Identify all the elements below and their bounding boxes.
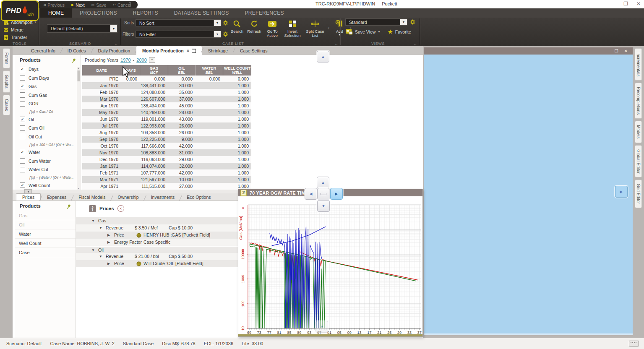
table-row[interactable]: Apr 1970138,434.00045.0001.000 (82, 102, 251, 109)
save-view-button[interactable]: Save View▼ (345, 29, 380, 35)
product-checkbox-row[interactable]: ✓Days (15, 65, 81, 74)
product-checkbox-row[interactable]: ✓Oil (15, 115, 81, 124)
checkbox-icon[interactable] (20, 92, 25, 98)
keyboard-icon[interactable] (629, 341, 639, 346)
previous-button[interactable]: ◀Previous (43, 3, 65, 8)
tab-prices[interactable]: Prices (16, 193, 41, 201)
tab-general-info[interactable]: General Info (25, 46, 61, 55)
scenario-collapse-icon[interactable]: ← (114, 42, 118, 46)
ribbon-tab-preferences[interactable]: PREFERENCES (237, 8, 292, 18)
table-row[interactable]: Feb 1971107,777.00042.0001.000 (82, 169, 251, 176)
sidebar-tab-forms[interactable]: Forms (3, 48, 10, 68)
bottom-product-item[interactable]: Water (15, 229, 76, 239)
tab-fiscal-models[interactable]: Fiscal Models (73, 193, 111, 201)
checkbox-icon[interactable] (20, 101, 25, 107)
merge-button[interactable]: Merge (3, 27, 23, 33)
expand-down-icon[interactable]: ▼ (99, 226, 102, 230)
save-button[interactable]: ▤Save (91, 3, 107, 8)
product-checkbox-row[interactable]: ✓Well Count (15, 181, 81, 190)
dock-guide-top-edge-button[interactable]: ▲ (317, 51, 329, 63)
checkbox-icon[interactable]: ✓ (20, 150, 25, 155)
tab-investments[interactable]: Investments (145, 193, 181, 201)
checkbox-icon[interactable] (20, 167, 25, 172)
panel-maximize-icon[interactable]: ❐ (615, 49, 618, 53)
column-header[interactable]: WATERBBL (195, 65, 223, 76)
product-checkbox-row[interactable]: Oil Cut (15, 133, 81, 141)
close-tab-icon[interactable]: ✕ (187, 49, 190, 53)
scenario-dropdown[interactable]: Default (Default) ▼ (47, 24, 117, 33)
bottom-product-item[interactable]: Gas (15, 211, 76, 220)
table-row[interactable]: Dec 1970116,063.00029.0001.000 (82, 156, 251, 163)
checkbox-icon[interactable] (20, 125, 25, 131)
bottom-product-item[interactable]: Oil (15, 220, 76, 229)
checkbox-icon[interactable]: ✓ (20, 117, 25, 122)
sidebar-tab-graphs[interactable]: Graphs (3, 70, 10, 93)
pin-icon[interactable] (66, 204, 71, 209)
table-row[interactable]: PRE0.0000.0000.0000.0000.000 (82, 76, 251, 82)
table-row[interactable]: Jan 1970138,441.00030.0001.000 (82, 82, 251, 89)
table-row[interactable]: Oct 1970117,666.00042.0001.000 (82, 143, 251, 149)
sorts-dropdown[interactable]: No Sort ▼ (136, 19, 221, 26)
scrollbar-thumb[interactable] (77, 70, 80, 81)
transfer-button[interactable]: Transfer (3, 34, 27, 40)
bottom-product-item[interactable]: Well Count (15, 239, 76, 248)
filters-gear-icon[interactable] (223, 31, 228, 37)
right-tab-grid-editor[interactable]: Grid Editor (635, 180, 642, 208)
checkbox-icon[interactable]: ✓ (20, 67, 25, 72)
table-row[interactable]: Aug 1970104,358.00026.0001.000 (82, 129, 251, 136)
customize-toolbar-button[interactable]: ▾ (129, 2, 131, 7)
ribbon-tab-home[interactable]: HOME (40, 8, 72, 18)
tab-id-codes[interactable]: ID Codes (62, 46, 92, 55)
checkbox-icon[interactable] (20, 134, 25, 139)
column-header[interactable]: DATE (82, 65, 121, 76)
products-scrollbar[interactable]: ▲ ▼ (77, 67, 80, 190)
expand-right-icon[interactable]: ▶ (107, 233, 110, 237)
invert-selection-button[interactable]: Invert Selection (282, 19, 303, 38)
expand-right-icon[interactable]: ▶ (107, 240, 110, 244)
right-tab-recompletions[interactable]: Recompletions (635, 83, 642, 119)
product-checkbox-row[interactable]: GOR (15, 99, 81, 108)
float-tab-icon[interactable] (192, 49, 196, 53)
table-row[interactable]: Mar 1971121,597.00010.0001.000 (82, 176, 251, 183)
checkbox-icon[interactable] (20, 75, 25, 81)
dock-guide-down-button[interactable]: ▼ (317, 200, 330, 212)
search-button[interactable]: Search (229, 19, 245, 34)
scroll-left-icon[interactable]: ‹ (328, 25, 329, 31)
scroll-up-icon[interactable]: ▲ (77, 67, 80, 69)
tab-daily-production[interactable]: Daily Production (92, 46, 136, 55)
tab-ownership[interactable]: Ownership (112, 193, 145, 201)
product-checkbox-row[interactable]: Cum Gas (15, 91, 81, 100)
right-tab-incrementals[interactable]: Incrementals (635, 48, 642, 81)
add-years-icon[interactable]: + (149, 57, 155, 63)
ribbon-tab-database-settings[interactable]: DATABASE SETTINGS (166, 8, 237, 18)
column-header[interactable]: WELL COUNTWELL (223, 65, 251, 76)
expand-down-icon[interactable]: ▼ (91, 219, 95, 223)
product-checkbox-row[interactable]: ✓Gas (15, 82, 81, 91)
dock-guide-right-button[interactable]: ▶ (330, 188, 343, 200)
product-checkbox-row[interactable]: ✓Water (15, 148, 81, 157)
table-row[interactable]: Feb 1970124,088.00035.0001.000 (82, 89, 251, 96)
tab-shrinkage[interactable]: Shrinkage (202, 46, 234, 55)
producing-years-to-link[interactable]: 2000 (136, 57, 146, 63)
views-dropdown[interactable]: Standard ▼ (345, 18, 407, 26)
dock-guide-right-edge-button[interactable]: ▶ (615, 186, 628, 198)
dock-guide-left-button[interactable]: ◀ (305, 188, 317, 200)
tab-monthly-production[interactable]: Monthly Production✕ (136, 46, 202, 55)
panel-close-icon[interactable]: ✕ (624, 49, 628, 53)
collapse-all-icon[interactable]: ❯❯ (89, 205, 96, 212)
sidebar-tab-cases[interactable]: Cases (3, 95, 10, 115)
checkbox-icon[interactable]: ✓ (20, 182, 25, 188)
checkbox-icon[interactable] (20, 158, 25, 164)
case-list-collapse-icon[interactable]: ← (334, 42, 338, 46)
ribbon-tab-projections[interactable]: PROJECTIONS (72, 8, 125, 18)
tab-case-settings[interactable]: Case Settings (234, 46, 273, 55)
expand-down-icon[interactable]: ▼ (99, 255, 102, 258)
close-button[interactable]: ✕ (636, 1, 641, 7)
right-tab-global-editor[interactable]: Global Editor (635, 145, 642, 178)
table-row[interactable]: Mar 1970126,607.00037.0001.000 (82, 96, 251, 102)
dock-guide-center-button[interactable] (317, 188, 330, 200)
table-row[interactable]: Sep 1970122,225.0009.0001.000 (82, 136, 251, 143)
table-row[interactable]: May 1970140,269.00028.0001.000 (82, 109, 251, 116)
column-header[interactable]: OILBBL (168, 65, 195, 76)
split-case-list-button[interactable]: Split Case List (303, 19, 327, 38)
